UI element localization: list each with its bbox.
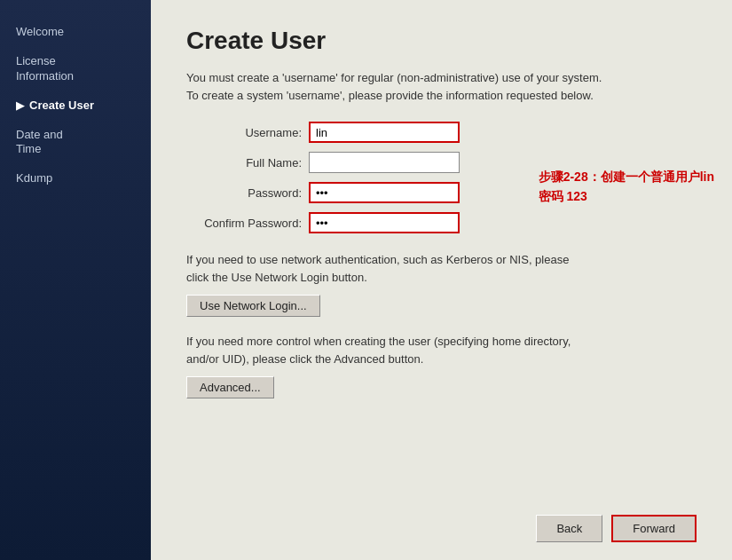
sidebar-item-createuser[interactable]: ▶ Create User bbox=[0, 91, 151, 121]
sidebar-item-label: Welcome bbox=[16, 25, 64, 40]
back-button[interactable]: Back bbox=[536, 515, 602, 542]
sidebar-item-label: Kdump bbox=[16, 171, 52, 186]
fullname-input[interactable] bbox=[309, 152, 460, 173]
sidebar-item-kdump[interactable]: Kdump bbox=[0, 164, 151, 193]
sidebar-item-license[interactable]: LicenseInformation bbox=[0, 47, 151, 91]
annotation-line2: 密码 123 bbox=[539, 186, 714, 206]
confirm-row: Confirm Password: bbox=[186, 212, 697, 233]
page-title: Create User bbox=[186, 27, 697, 55]
sidebar-item-label: LicenseInformation bbox=[16, 54, 74, 84]
confirm-input[interactable] bbox=[309, 212, 460, 233]
annotation-line1: 步骤2-28：创建一个普通用户lin bbox=[539, 167, 714, 186]
sidebar-item-welcome[interactable]: Welcome bbox=[0, 18, 151, 47]
active-arrow-icon: ▶ bbox=[16, 99, 24, 114]
sidebar-item-label: Date andTime bbox=[16, 128, 63, 158]
advanced-button[interactable]: Advanced... bbox=[186, 376, 274, 398]
username-label: Username: bbox=[186, 126, 302, 139]
fullname-label: Full Name: bbox=[186, 156, 302, 170]
annotation: 步骤2-28：创建一个普通用户lin 密码 123 bbox=[539, 167, 714, 207]
sidebar: Welcome LicenseInformation ▶ Create User… bbox=[0, 0, 151, 560]
page-description: You must create a 'username' for regular… bbox=[186, 69, 612, 104]
network-login-button[interactable]: Use Network Login... bbox=[186, 295, 320, 317]
confirm-label: Confirm Password: bbox=[186, 217, 302, 230]
sidebar-item-label: Create User bbox=[29, 99, 94, 114]
network-auth-description: If you need to use network authenticatio… bbox=[186, 251, 586, 286]
forward-button[interactable]: Forward bbox=[611, 515, 697, 542]
main-content: Create User You must create a 'username'… bbox=[151, 0, 732, 560]
password-input[interactable] bbox=[309, 182, 460, 203]
bottom-bar: Back Forward bbox=[186, 497, 697, 542]
username-input[interactable] bbox=[309, 122, 460, 143]
sidebar-item-datetime[interactable]: Date andTime bbox=[0, 121, 151, 165]
advanced-description: If you need more control when creating t… bbox=[186, 333, 586, 367]
password-label: Password: bbox=[186, 186, 302, 200]
username-row: Username: bbox=[186, 122, 697, 143]
